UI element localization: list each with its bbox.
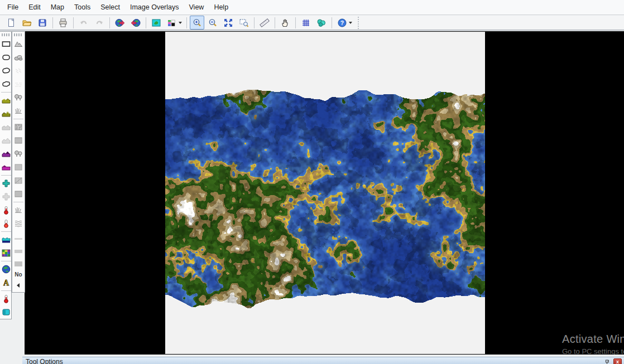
no-texture-label: No (15, 270, 22, 279)
toolbar-separator (186, 17, 187, 28)
brush-marsh (12, 77, 25, 91)
texture-dither-2[interactable] (12, 174, 25, 187)
texture-palette-button[interactable] (165, 16, 184, 30)
tool-annotation-a[interactable]: A (0, 276, 12, 289)
tool-thermometer-2[interactable] (0, 217, 12, 230)
tool-options-panel-header[interactable]: Tool Options x (22, 357, 624, 364)
print-button[interactable] (56, 16, 70, 30)
texture-vlines[interactable] (12, 134, 25, 147)
brush-olive-flat[interactable] (0, 94, 12, 107)
toolbar-separator (275, 17, 275, 28)
toolbar-separator (109, 17, 110, 28)
world-rotate-right-button[interactable] (113, 16, 127, 30)
palette-separator (13, 119, 23, 119)
zoom-in-button[interactable] (190, 16, 204, 30)
map-image[interactable] (165, 32, 485, 354)
menu-item-select[interactable]: Select (95, 1, 125, 14)
zoom-fit-button[interactable] (221, 16, 236, 30)
menu-item-image-overlays[interactable]: Image Overlays (125, 1, 184, 14)
chevron-down-icon[interactable] (349, 22, 352, 24)
brush-olive-ridge[interactable] (0, 107, 12, 120)
brush-gray-ridge-1 (0, 120, 12, 134)
palette-separator (1, 92, 11, 93)
texture-rough[interactable] (12, 120, 25, 134)
texture-vlines-2[interactable] (12, 187, 25, 201)
tool-options-title: Tool Options (26, 358, 63, 364)
tool-gray-cross (0, 190, 12, 203)
brush-magenta-flat[interactable] (0, 161, 12, 174)
menu-item-file[interactable]: File (2, 1, 23, 14)
world-rotate-left-button[interactable] (128, 16, 143, 30)
watermark-line1: Activate Windows (562, 333, 624, 346)
palette-grip[interactable] (14, 33, 23, 36)
svg-text:?: ? (340, 19, 343, 26)
brush-trees[interactable] (12, 91, 25, 104)
bottom-left-strip (0, 357, 22, 364)
brush-size-small[interactable] (12, 230, 25, 244)
map-canvas-area[interactable] (25, 31, 624, 355)
pin-icon[interactable] (605, 360, 610, 364)
select-lasso1-tool[interactable] (0, 51, 12, 64)
undo-button (76, 16, 91, 30)
tool-sea-level[interactable] (0, 233, 12, 246)
map-preview-button[interactable] (149, 16, 164, 30)
toolbar-separator (254, 17, 255, 28)
menu-item-help[interactable]: Help (209, 1, 233, 14)
texture-dither-1[interactable] (12, 161, 25, 174)
brush-size-medium[interactable] (12, 244, 25, 257)
menu-item-edit[interactable]: Edit (23, 1, 46, 14)
measure-button[interactable] (257, 16, 272, 30)
palette-separator (1, 290, 11, 291)
toolbar-separator (52, 17, 53, 28)
grid-overlay-button[interactable] (299, 16, 313, 30)
palette-grip[interactable] (2, 33, 11, 36)
toolbar-separator (332, 17, 332, 28)
toolbar-grip[interactable] (357, 17, 360, 29)
tool-thermometer-1[interactable] (0, 203, 12, 217)
tool-thermometer-3[interactable] (0, 292, 12, 305)
select-tools-palette: A (0, 31, 12, 319)
toolbar-separator (146, 17, 146, 28)
tool-globe[interactable] (0, 263, 12, 276)
chevron-down-icon[interactable] (179, 22, 182, 24)
brush-reeds[interactable] (12, 104, 25, 118)
zoom-selection-button[interactable] (237, 16, 251, 30)
palette-separator (1, 261, 11, 261)
brush-purple-peak[interactable] (0, 147, 12, 161)
menu-item-tools[interactable]: Tools (69, 1, 95, 14)
zoom-out-button[interactable] (205, 16, 220, 30)
palette-separator (1, 175, 11, 176)
palette-separator (1, 231, 11, 232)
menu-item-map[interactable]: Map (46, 1, 69, 14)
menu-bar: FileEditMapToolsSelectImage OverlaysView… (0, 0, 624, 15)
texture-reeds[interactable] (12, 203, 25, 217)
palette-separator (13, 202, 23, 202)
new-file-button[interactable] (4, 16, 18, 30)
close-icon[interactable]: x (613, 358, 622, 364)
main-toolbar: ? (0, 16, 624, 31)
svg-text:A: A (3, 279, 9, 287)
terrain-brush-palette: No (12, 31, 25, 293)
icon-overlay-button[interactable] (314, 16, 329, 30)
tool-color-map[interactable] (0, 246, 12, 260)
tool-teal-cross[interactable] (0, 177, 12, 190)
menu-item-view[interactable]: View (184, 1, 209, 14)
brush-hatch (12, 64, 25, 77)
texture-scribble[interactable] (12, 217, 25, 230)
palette-collapse-arrow[interactable] (12, 279, 25, 292)
toolbar-separator (73, 17, 74, 28)
help-button[interactable]: ? (335, 16, 354, 30)
pan-button[interactable] (278, 16, 292, 30)
redo-button (92, 16, 107, 30)
tool-cyan-box[interactable] (0, 305, 12, 319)
brush-size-large[interactable] (12, 257, 25, 270)
select-lasso2-tool[interactable] (0, 64, 12, 77)
brush-rocks[interactable] (12, 51, 25, 64)
select-rect-tool[interactable] (0, 37, 12, 51)
texture-trees[interactable] (12, 147, 25, 161)
save-file-button[interactable] (35, 16, 50, 30)
select-lasso3-tool[interactable] (0, 77, 12, 91)
open-file-button[interactable] (20, 16, 34, 30)
brush-mountains[interactable] (12, 37, 25, 51)
activate-windows-watermark: Activate Windows Go to PC settings to ac… (562, 333, 624, 356)
